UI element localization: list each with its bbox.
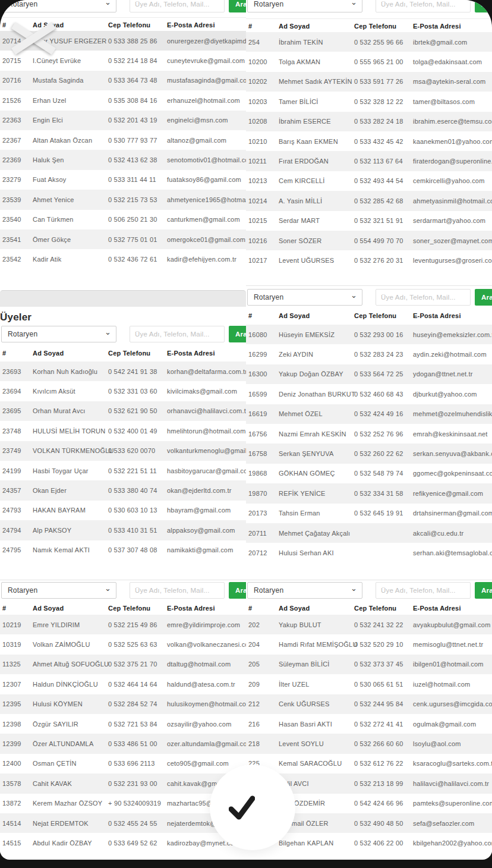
rotaryen-select[interactable]: Rotaryen⌄ [1, 0, 116, 12]
member-row[interactable]: 12398Özgür SAYILIR0 532 721 53 84ozsayil… [0, 714, 246, 734]
member-row[interactable]: 24199Hasbi Toygar Uçar0 532 221 51 11has… [0, 461, 246, 480]
search-button[interactable]: Ara [475, 582, 492, 599]
search-button[interactable]: Ara [229, 0, 246, 12]
member-row[interactable]: 12400Osman ÇETİN0 533 696 2113ceto905@gm… [0, 754, 246, 773]
member-row[interactable]: 10208İbrahim ESERCE0 533 282 24 18ibrahi… [246, 112, 492, 131]
member-row[interactable]: 10215Serdar MART0 532 321 51 91serdarmar… [246, 211, 492, 231]
rotaryen-select[interactable]: Rotaryen⌄ [247, 289, 362, 306]
member-row[interactable]: 218Levent SOYLU0 532 266 60 60lsoylu@aol… [246, 734, 492, 753]
member-row[interactable]: 20712Hulusi Serhan AKIserhan.aki@temsagl… [246, 543, 492, 562]
member-phone: 0 533 282 24 18 [354, 118, 403, 125]
search-button[interactable]: Ara [475, 0, 492, 12]
member-row[interactable]: 13872Kerem Mazhar ÖZSOY+ 90 5324009319ma… [0, 794, 246, 813]
chevron-down-icon: ⌄ [351, 584, 357, 593]
member-row[interactable]: 202Yakup BULUT0 532 241 32 22avyakupbulu… [246, 615, 492, 634]
member-name: Can Türkmen [33, 216, 74, 223]
member-row[interactable]: 23693Korhan Nuh Kadıoğlu0 542 241 91 38k… [0, 361, 246, 381]
member-search-input[interactable] [376, 0, 471, 12]
member-row[interactable]: 14515Abdul Kadir ÖZBAY0 533 649 52 62kad… [0, 833, 246, 853]
member-row[interactable]: 23279Fuat Aksoy0 533 311 44 11fuataksoy8… [0, 170, 246, 190]
member-row[interactable]: 22363Engin Elci0 532 201 43 19enginelci@… [0, 111, 246, 130]
member-phone: 0 532 321 51 91 [354, 217, 403, 224]
member-row[interactable]: 23539Ahmet Yenice0 532 215 73 53ahmetyen… [0, 190, 246, 209]
member-row[interactable]: 19870REFİK YENİCE0 532 334 31 58refikyen… [246, 483, 492, 503]
member-row[interactable]: 23748HULUSİ MELİH TORUN0 532 400 01 49hm… [0, 421, 246, 441]
member-row[interactable]: 13578Cahit KAVAK0 532 231 93 00cahit.kav… [0, 773, 246, 793]
member-search-input[interactable] [130, 582, 225, 599]
member-row[interactable]: 12395Hulusi KÖYMEN0 532 284 52 74hulusik… [0, 694, 246, 714]
member-search-input[interactable] [130, 0, 225, 12]
member-row[interactable]: 10219Emre YILDIRIM0 532 215 49 86emre@yi… [0, 615, 246, 634]
member-row[interactable]: 16599Deniz Jonathan BURKUT0 532 460 68 4… [246, 384, 492, 404]
member-row[interactable]: 24793HAKAN BAYRAM0 530 603 10 13hbayram@… [0, 501, 246, 520]
member-row[interactable]: 22369Haluk Şen0 532 413 62 38senotomotiv… [0, 150, 246, 169]
member-email: iuzel@hotmail.com [413, 681, 471, 688]
member-row[interactable]: 20715I.Cüneyt Evrüke0 532 214 18 84cuney… [0, 51, 246, 70]
member-row[interactable]: 23540Can Türkmen0 506 250 21 30canturkme… [0, 210, 246, 229]
search-button[interactable]: Ara [229, 582, 246, 599]
member-row[interactable]: 21526Erhan Uzel0 535 308 84 16erhanuzel@… [0, 90, 246, 110]
member-row[interactable]: 16758Serkan ŞENYUVA0 532 260 22 62serkan… [246, 444, 492, 463]
member-row[interactable]: 10210Barış Kaan EKMEN0 533 432 45 42kaan… [246, 131, 492, 151]
member-row[interactable]: 23542Kadir Atik0 532 436 72 61kadir@efeh… [0, 249, 246, 269]
table-header-row: #Ad SoyadCep TelefonuE-Posta Adresi [0, 601, 246, 615]
member-email: kaanekmen01@yahoo.com [413, 138, 492, 145]
member-row[interactable]: 10200Tolga AKMAN0 555 965 21 00tolga@eda… [246, 52, 492, 71]
member-row[interactable]: 16619Mehmet ÖZEL0 532 424 49 16mehmet@oz… [246, 404, 492, 424]
member-row[interactable]: 10202Mehmet Sadık AYTEKİN0 533 591 77 26… [246, 72, 492, 92]
member-row[interactable]: 10211Fırat ERDOĞAN0 532 113 67 64firater… [246, 151, 492, 171]
member-row[interactable]: 10203Tamer BİLİCİ0 532 328 12 22tamer@bi… [246, 92, 492, 111]
member-row[interactable]: 10213Cem KIRCELLİ0 532 493 44 54cemkirce… [246, 171, 492, 191]
rotaryen-select-value: Rotaryen [254, 293, 283, 301]
rotaryen-select[interactable]: Rotaryen⌄ [1, 582, 116, 599]
member-id: 205 [248, 661, 260, 668]
search-button[interactable]: Ara [229, 326, 246, 342]
member-row[interactable]: 24357Okan Ejder0 533 380 40 74okan@ejder… [0, 480, 246, 500]
search-button[interactable]: Ara [475, 289, 492, 306]
member-row[interactable]: 22367Altan Atakan Özcan0 530 777 93 77al… [0, 130, 246, 150]
member-row[interactable]: 12307Haldun DİNKÇİOĞLU0 532 464 14 64hal… [0, 674, 246, 694]
member-row[interactable]: 225Kemal SARACOĞLU0 532 612 76 22ksaraco… [246, 754, 492, 773]
member-row[interactable]: 10214A. Yasin MİLLİ0 532 285 42 68ahmety… [246, 191, 492, 210]
member-row[interactable]: 16756Nazmi Emrah KESKİN0 532 252 76 96em… [246, 424, 492, 444]
member-row[interactable]: 23695Orhan Murat Avcı0 532 621 90 50orha… [0, 401, 246, 421]
member-row[interactable]: 23541Ömer Gökçe0 532 775 01 01omergokce0… [0, 229, 246, 249]
member-phone: 0 532 612 76 22 [354, 760, 403, 767]
rotaryen-select[interactable]: Rotaryen⌄ [247, 582, 362, 599]
member-row[interactable]: 23749VOLKAN TÜRKMENOĞLU0 533 620 0070vol… [0, 441, 246, 461]
member-email: lsoylu@aol.com [413, 740, 461, 747]
rotaryen-select[interactable]: Rotaryen⌄ [247, 0, 362, 12]
member-search-input[interactable] [130, 326, 225, 342]
member-row[interactable]: 16080Hüseyin EMEKSİZ0 532 293 00 16husey… [246, 325, 492, 344]
member-row[interactable]: 216Hasan Basri AKTI0 532 272 41 41ogulma… [246, 714, 492, 734]
member-row[interactable]: 11325Ahmet Altuğ SOFUOĞLU0 532 375 21 70… [0, 655, 246, 674]
member-search-input[interactable] [376, 289, 471, 306]
member-row[interactable]: 10217Levent UĞURSES0 532 276 20 31levent… [246, 250, 492, 270]
member-row[interactable]: 24794Alp PAKSOY0 533 410 31 51alppaksoy@… [0, 520, 246, 540]
col-header-name: Ad Soyad [33, 350, 64, 357]
member-row[interactable]: 19868GÖKHAN GÖMEÇ0 532 548 79 74ggomec@g… [246, 464, 492, 483]
member-row[interactable]: 254İbrahim TEKİN0 532 255 96 66ibrtek@gm… [246, 32, 492, 52]
member-row[interactable]: 16300Yakup Doğan ÖZBAY0 533 564 72 25ydo… [246, 364, 492, 384]
member-phone: 0 532 113 67 64 [354, 158, 403, 165]
member-name: Levent UĞURSES [279, 257, 334, 264]
member-name: HULUSİ MELİH TORUN [33, 427, 105, 435]
member-row[interactable]: 205Süleyman BİLİCİ0 532 373 37 45ibilgen… [246, 655, 492, 674]
member-row[interactable]: 12399Özer ALTUNDAMLA0 533 486 51 00ozer.… [0, 734, 246, 753]
rotaryen-select[interactable]: Rotaryen⌄ [1, 326, 116, 342]
member-row[interactable]: 204Hamdi Rıfat MEMİŞOĞLU0 532 520 29 10m… [246, 634, 492, 654]
member-row[interactable]: 23694Kıvılcım Aksüt0 532 331 03 60kivilc… [0, 381, 246, 401]
member-row[interactable]: 24795Namık Kemal AKTI0 537 307 48 08nami… [0, 540, 246, 560]
member-name: Mehmet ÖZEL [279, 410, 323, 417]
member-row[interactable]: 20711Mehmet Çağatay Akçalıakcali@cu.edu.… [246, 523, 492, 543]
member-row[interactable]: 10319Volkan ZAİMOĞLU0 532 525 63 63volka… [0, 634, 246, 654]
member-row[interactable]: 14514Nejat ERDEMTOK0 532 455 24 55nejate… [0, 813, 246, 833]
member-row[interactable]: 20173Tahsin Erman0 532 645 19 91drtahsin… [246, 504, 492, 523]
member-row[interactable]: 212Cenk UĞURSES0 532 244 95 84cenk.ugurs… [246, 694, 492, 714]
member-row[interactable]: 20716Mustafa Saginda0 533 364 73 48musta… [0, 71, 246, 90]
member-row[interactable]: 209İlter UZEL0 530 065 61 51iuzel@hotmai… [246, 674, 492, 694]
member-search-input[interactable] [376, 582, 471, 599]
member-email: leventugurses@groseri.com.tr [413, 257, 492, 264]
member-row[interactable]: 16299Zeki AYDIN0 532 283 24 23aydin.zeki… [246, 344, 492, 364]
member-row[interactable]: 10216Soner SÖZER0 554 499 70 70soner_soz… [246, 231, 492, 250]
